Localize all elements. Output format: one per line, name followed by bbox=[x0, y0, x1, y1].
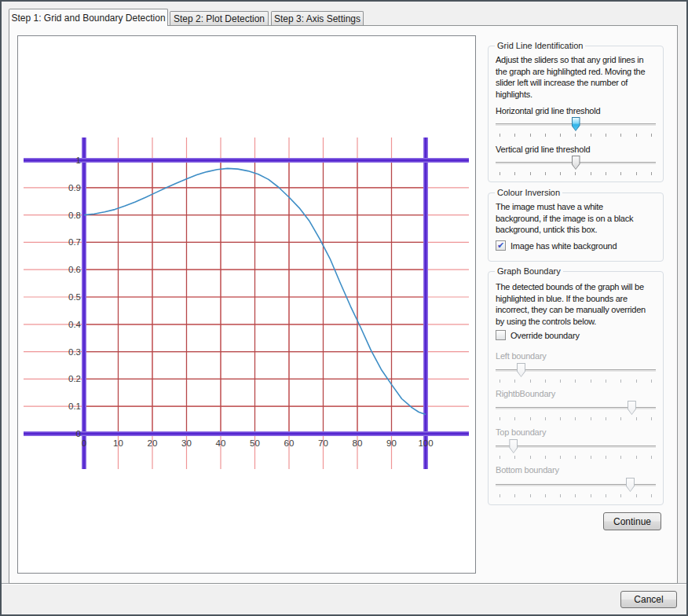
svg-text:100: 100 bbox=[418, 438, 433, 448]
svg-text:0: 0 bbox=[82, 438, 86, 448]
tab-step3-axis-settings[interactable]: Step 3: Axis Settings bbox=[271, 11, 364, 25]
right-boundary-slider bbox=[496, 401, 656, 422]
left-boundary-label: Left boundary bbox=[496, 351, 547, 361]
svg-text:0.1: 0.1 bbox=[68, 402, 81, 411]
tab-step1-grid-boundary-detection[interactable]: Step 1: Grid and Boundary Detection bbox=[9, 9, 168, 26]
right-boundary-label: RightbBoundary bbox=[496, 389, 555, 399]
tab-page-step1: 00.10.20.30.40.50.60.70.80.9101020304050… bbox=[9, 25, 678, 584]
vertical-threshold-label: Vertical grid line threshold bbox=[496, 145, 590, 155]
groupbox-graph-boundary: Graph Boundary The detected bounds of th… bbox=[488, 271, 664, 505]
svg-text:40: 40 bbox=[216, 438, 226, 448]
svg-text:0.8: 0.8 bbox=[68, 211, 81, 220]
continue-button[interactable]: Continue bbox=[603, 512, 661, 530]
application-window: Step 1: Grid and Boundary Detection Step… bbox=[0, 0, 688, 616]
separator-highlight bbox=[2, 584, 686, 585]
colour-inversion-description: The image must have a white background, … bbox=[496, 201, 659, 236]
svg-text:90: 90 bbox=[386, 438, 397, 448]
top-boundary-label: Top boundary bbox=[496, 427, 546, 438]
groupbox-title: Colour Inversion bbox=[495, 188, 562, 198]
groupbox-title: Grid Line Identification bbox=[495, 41, 585, 51]
svg-text:10: 10 bbox=[113, 438, 123, 448]
slider-thumb bbox=[572, 156, 580, 170]
svg-text:0: 0 bbox=[76, 429, 81, 438]
svg-text:0.3: 0.3 bbox=[68, 347, 81, 357]
horizontal-threshold-slider[interactable] bbox=[496, 117, 656, 138]
dialog-button-bar: Cancel bbox=[2, 583, 686, 615]
svg-text:0.9: 0.9 bbox=[68, 183, 81, 192]
svg-text:30: 30 bbox=[181, 438, 192, 448]
detected-graph-chart: 00.10.20.30.40.50.60.70.80.9101020304050… bbox=[18, 36, 475, 573]
cancel-button[interactable]: Cancel bbox=[620, 591, 677, 608]
vertical-threshold-slider[interactable] bbox=[496, 156, 656, 177]
svg-text:0.7: 0.7 bbox=[68, 237, 81, 247]
override-boundary-checkbox[interactable] bbox=[496, 330, 506, 340]
override-boundary-checkbox-label: Override boundary bbox=[511, 331, 580, 340]
slider-thumb bbox=[509, 439, 518, 453]
svg-text:0.2: 0.2 bbox=[68, 374, 81, 383]
groupbox-grid-line-identification: Grid Line Identification Adjust the slid… bbox=[488, 46, 664, 182]
tab-step2-plot-detection[interactable]: Step 2: Plot Detection bbox=[170, 11, 269, 25]
white-background-checkbox-label: Image has white background bbox=[511, 241, 617, 251]
svg-text:0.4: 0.4 bbox=[68, 320, 82, 329]
white-background-checkbox[interactable]: ✔ bbox=[496, 240, 506, 251]
graph-boundary-description: The detected bounds of the graph will be… bbox=[496, 281, 659, 327]
svg-text:1: 1 bbox=[76, 156, 81, 165]
svg-text:80: 80 bbox=[353, 438, 363, 448]
slider-thumb bbox=[517, 363, 525, 377]
svg-text:60: 60 bbox=[284, 438, 295, 448]
svg-text:70: 70 bbox=[318, 438, 328, 448]
graph-preview-panel: 00.10.20.30.40.50.60.70.80.9101020304050… bbox=[17, 35, 476, 574]
slider-thumb bbox=[626, 478, 635, 492]
svg-text:20: 20 bbox=[148, 438, 158, 448]
bottom-boundary-label: Bottom boundary bbox=[496, 465, 559, 475]
grid-line-identification-description: Adjust the sliders so that any grid line… bbox=[496, 54, 659, 100]
horizontal-threshold-label: Horizontal grid line threshold bbox=[496, 106, 600, 116]
svg-text:0.6: 0.6 bbox=[68, 265, 81, 274]
bottom-boundary-slider bbox=[496, 478, 656, 499]
svg-text:0.5: 0.5 bbox=[68, 292, 81, 302]
slider-thumb bbox=[572, 117, 580, 131]
groupbox-title: Graph Boundary bbox=[495, 266, 563, 277]
svg-text:50: 50 bbox=[250, 438, 260, 448]
top-boundary-slider bbox=[496, 439, 656, 460]
groupbox-colour-inversion: Colour Inversion The image must have a w… bbox=[488, 192, 664, 262]
left-boundary-slider bbox=[496, 363, 656, 384]
slider-thumb bbox=[628, 401, 636, 415]
